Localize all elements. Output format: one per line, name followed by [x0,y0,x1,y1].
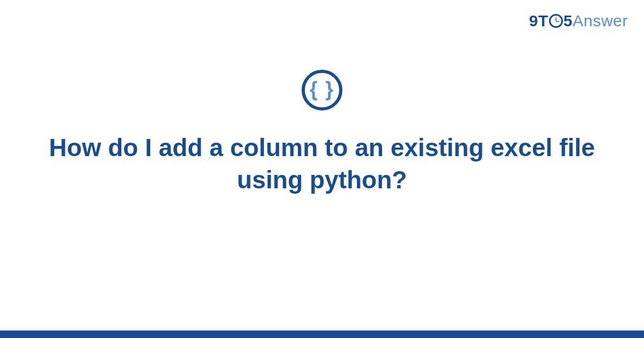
main-content: { } How do I add a column to an existing… [0,70,644,196]
site-logo: 9T5Answer [529,12,628,30]
code-braces-icon: { } [310,79,334,99]
footer-accent-bar [0,330,644,338]
category-icon-circle: { } [302,70,342,111]
question-title: How do I add a column to an existing exc… [48,132,596,196]
logo-part-9t: 9T [529,12,548,30]
logo-part-5: 5 [564,12,573,30]
logo-part-answer: Answer [573,12,628,30]
clock-icon [549,14,563,28]
